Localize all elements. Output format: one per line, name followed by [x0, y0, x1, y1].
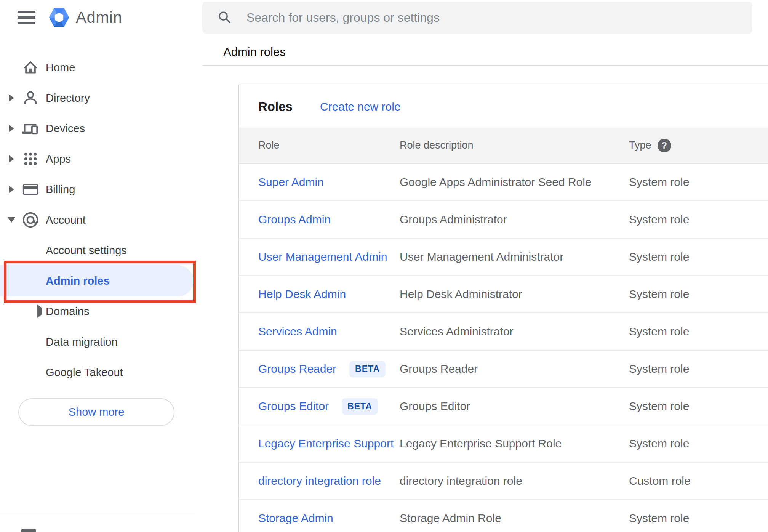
- credit-card-icon: [21, 180, 40, 199]
- search-input[interactable]: Search for users, groups or settings: [202, 2, 752, 34]
- role-link[interactable]: Groups Editor: [258, 400, 329, 413]
- table-row: Legacy Enterprise Support Legacy Enterpr…: [239, 425, 768, 463]
- search-placeholder: Search for users, groups or settings: [246, 11, 440, 25]
- table-row: Help Desk Admin Help Desk Administrator …: [239, 276, 768, 313]
- sidebar-item-devices[interactable]: Devices: [0, 113, 195, 144]
- chevron-right-icon[interactable]: [7, 125, 16, 132]
- column-header-type: Type ?: [629, 139, 768, 152]
- sidebar-item-label: Billing: [46, 183, 75, 196]
- chevron-right-icon[interactable]: [7, 155, 16, 163]
- person-icon: [21, 89, 40, 107]
- role-type: Custom role: [629, 474, 768, 487]
- column-header-role: Role: [239, 139, 400, 151]
- chevron-right-icon[interactable]: [7, 186, 16, 193]
- role-description: Groups Editor: [400, 400, 629, 413]
- sidebar: Admin Home Directory: [0, 0, 195, 532]
- show-more-button[interactable]: Show more: [18, 398, 174, 426]
- role-link[interactable]: Groups Reader: [258, 362, 336, 375]
- role-type: System role: [629, 213, 768, 226]
- sidebar-divider: [0, 513, 195, 513]
- sidebar-item-label: Google Takeout: [46, 366, 123, 379]
- role-description: directory integration role: [400, 474, 629, 487]
- sidebar-item-domains[interactable]: Domains: [0, 296, 195, 327]
- home-icon: [21, 58, 40, 77]
- role-link[interactable]: Groups Admin: [258, 213, 331, 226]
- role-link[interactable]: Storage Admin: [258, 512, 333, 525]
- sidebar-item-label: Domains: [46, 305, 89, 318]
- sidebar-item-home[interactable]: Home: [0, 52, 195, 83]
- role-description: Help Desk Administrator: [400, 288, 629, 301]
- sidebar-item-account-settings[interactable]: Account settings: [0, 235, 195, 266]
- main-content: Search for users, groups or settings Adm…: [195, 0, 768, 532]
- sidebar-item-label: Data migration: [46, 336, 118, 348]
- at-sign-icon: [21, 211, 40, 229]
- role-type: System role: [629, 400, 768, 413]
- partial-bottom-icon: [21, 529, 36, 532]
- sidebar-item-label: Admin roles: [46, 265, 110, 296]
- beta-badge: BETA: [349, 361, 386, 377]
- table-row: User Management Admin User Management Ad…: [239, 239, 768, 276]
- apps-grid-icon: [21, 150, 40, 168]
- table-row: Groups Editor BETA Groups Editor System …: [239, 388, 768, 425]
- role-type: System role: [629, 437, 768, 450]
- breadcrumb: Admin roles: [223, 45, 286, 59]
- app-title: Admin: [76, 8, 122, 27]
- role-description: Google Apps Administrator Seed Role: [400, 176, 629, 189]
- role-type: System role: [629, 288, 768, 301]
- sidebar-item-directory[interactable]: Directory: [0, 83, 195, 113]
- role-description: Groups Reader: [400, 362, 629, 375]
- role-description: Storage Admin Role: [400, 512, 629, 525]
- search-icon: [218, 10, 232, 25]
- table-row: directory integration role directory int…: [239, 463, 768, 500]
- role-description: Groups Administrator: [400, 213, 629, 226]
- devices-icon: [21, 119, 40, 138]
- sidebar-item-account[interactable]: Account: [0, 205, 195, 235]
- role-link[interactable]: Help Desk Admin: [258, 288, 346, 301]
- sidebar-item-label: Apps: [46, 153, 71, 165]
- role-link[interactable]: User Management Admin: [258, 250, 387, 263]
- divider: [202, 65, 768, 66]
- role-link[interactable]: directory integration role: [258, 474, 381, 487]
- sidebar-item-label: Account settings: [46, 244, 127, 257]
- sidebar-item-label: Home: [46, 61, 75, 74]
- chevron-right-icon[interactable]: [7, 94, 16, 102]
- chevron-right-icon[interactable]: [37, 308, 42, 315]
- beta-badge: BETA: [342, 398, 378, 415]
- role-type: System role: [629, 250, 768, 263]
- role-description: Legacy Enterprise Support Role: [400, 437, 629, 450]
- chevron-down-icon[interactable]: [7, 217, 16, 223]
- role-type: System role: [629, 325, 768, 338]
- column-header-description: Role description: [400, 139, 629, 151]
- role-link[interactable]: Legacy Enterprise Support: [258, 437, 394, 450]
- role-description: Services Administrator: [400, 325, 629, 338]
- table-row: Groups Admin Groups Administrator System…: [239, 201, 768, 239]
- sidebar-item-label: Devices: [46, 122, 85, 135]
- sidebar-item-apps[interactable]: Apps: [0, 144, 195, 174]
- panel-title: Roles: [239, 99, 293, 114]
- sidebar-item-admin-roles[interactable]: Admin roles: [0, 265, 194, 296]
- roles-panel: Roles Create new role Role Role descript…: [238, 85, 768, 532]
- help-icon[interactable]: ?: [658, 139, 671, 152]
- admin-console-page: Admin Home Directory: [0, 0, 768, 532]
- role-type: System role: [629, 176, 768, 189]
- sidebar-header: Admin: [0, 0, 195, 35]
- sidebar-item-label: Directory: [46, 92, 90, 104]
- table-header-row: Role Role description Type ?: [239, 128, 768, 164]
- role-link[interactable]: Services Admin: [258, 325, 337, 338]
- roles-panel-header: Roles Create new role: [239, 85, 768, 128]
- sidebar-item-data-migration[interactable]: Data migration: [0, 327, 195, 357]
- sidebar-item-google-takeout[interactable]: Google Takeout: [0, 357, 195, 388]
- role-type: System role: [629, 362, 768, 375]
- admin-hexagon-icon: [48, 6, 70, 29]
- table-row: Services Admin Services Administrator Sy…: [239, 313, 768, 351]
- role-type: System role: [629, 512, 768, 525]
- hamburger-menu-icon[interactable]: [18, 11, 35, 24]
- role-link[interactable]: Super Admin: [258, 176, 324, 189]
- column-header-type-label: Type: [629, 139, 651, 151]
- sidebar-item-billing[interactable]: Billing: [0, 174, 195, 205]
- table-row: Groups Reader BETA Groups Reader System …: [239, 351, 768, 388]
- create-new-role-link[interactable]: Create new role: [320, 100, 401, 113]
- google-admin-logo: Admin: [48, 6, 122, 29]
- table-row: Storage Admin Storage Admin Role System …: [239, 500, 768, 532]
- sidebar-item-label: Account: [46, 214, 86, 226]
